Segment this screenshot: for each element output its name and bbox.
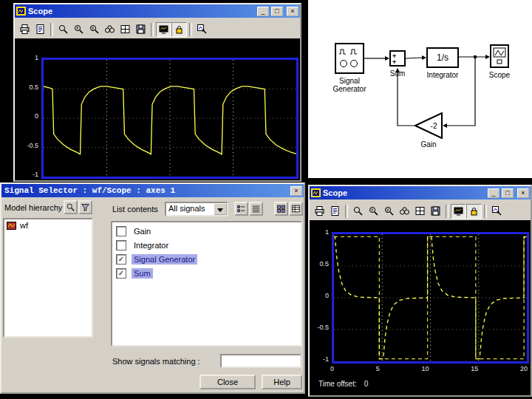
scope-block-label: Scope — [484, 71, 515, 79]
zoom-icon-button[interactable] — [350, 204, 366, 219]
find-icon-button[interactable] — [397, 204, 412, 219]
zoom-x-icon-button[interactable]: x — [366, 204, 381, 219]
axis-tick-label: 10 — [421, 365, 429, 372]
scope2-y-axis-labels: 10.50-0.5-1 — [313, 228, 329, 364]
lock-icon-button[interactable] — [171, 22, 187, 37]
minimize-button[interactable]: _ — [257, 7, 269, 16]
save-icon-button[interactable] — [428, 204, 443, 219]
zoom-icon-button[interactable] — [55, 22, 71, 37]
selector-body: Model hierarchy wf List contents All sig… — [1, 197, 304, 392]
signal-row: ✓Signal Generator — [112, 252, 301, 266]
minimize-button[interactable]: _ — [488, 188, 499, 198]
signals-matching-input[interactable] — [220, 354, 301, 368]
float-icon-button[interactable] — [156, 22, 171, 37]
axis-tick-label: 0 — [330, 365, 334, 372]
tree-find-button[interactable] — [64, 200, 78, 214]
help-button[interactable]: Help — [262, 375, 302, 389]
maximize-button[interactable]: □ — [271, 7, 283, 16]
maximize-button[interactable]: □ — [502, 188, 514, 198]
signal-row: Gain — [112, 224, 301, 238]
scope1-titlebar[interactable]: Scope _ □ × — [15, 4, 300, 18]
scope1-plot-box[interactable] — [41, 58, 299, 179]
signal-checkbox[interactable] — [116, 226, 126, 236]
close-button[interactable]: × — [287, 7, 299, 16]
signal-label[interactable]: Gain — [132, 226, 153, 236]
view-grid-button[interactable] — [289, 202, 303, 216]
integrator-label: Integrator — [419, 71, 466, 79]
integrator-block[interactable]: 1/s — [426, 47, 459, 68]
scope-block[interactable] — [490, 44, 509, 68]
tree-item-wf[interactable]: wf — [4, 219, 92, 231]
time-offset: Time offset: 0 — [318, 380, 368, 388]
scope2-trace-canvas — [334, 234, 527, 361]
lock-icon-button[interactable] — [466, 204, 482, 219]
scope2-titlebar[interactable]: Scope _ □ × — [310, 186, 531, 200]
signal-generator-label: Signal Generator — [320, 77, 379, 93]
close-button[interactable]: × — [517, 188, 529, 198]
signal-row: ✓Sum — [112, 266, 301, 280]
toolbar-separator — [189, 23, 192, 36]
axis-tick-label: 0 — [325, 291, 329, 300]
report-icon-button[interactable] — [327, 204, 343, 219]
sum-block[interactable]: + + — [389, 50, 406, 66]
scope-block-icon — [491, 46, 508, 66]
print-icon-button[interactable] — [17, 22, 33, 37]
print-icon-button[interactable] — [312, 204, 327, 219]
axes-properties-icon-button[interactable] — [117, 22, 133, 37]
integrator-transfer-function: 1/s — [437, 52, 449, 63]
dropdown-arrow-icon[interactable] — [214, 203, 227, 215]
sum-label: Sum — [384, 69, 411, 78]
view-list-button[interactable] — [234, 202, 248, 216]
scope-window-1: Scope _ □ × xy 10.50-0.5-1 — [13, 3, 301, 182]
signal-generator-icon — [336, 44, 363, 72]
signal-selector-icon-button[interactable] — [489, 204, 505, 219]
zoom-y-icon-button[interactable]: y — [381, 204, 397, 219]
signal-label[interactable]: Integrator — [132, 240, 171, 250]
close-button[interactable]: × — [290, 186, 302, 196]
view-tiles-button[interactable] — [274, 202, 288, 216]
signal-checkbox[interactable]: ✓ — [116, 268, 126, 279]
gain-block[interactable]: -2 — [415, 112, 443, 139]
report-icon-button[interactable] — [33, 22, 48, 37]
signal-checkbox[interactable]: ✓ — [116, 254, 126, 265]
list-contents-dropdown[interactable]: All signals — [165, 202, 228, 216]
signal-label[interactable]: Sum — [132, 268, 153, 279]
signal-label[interactable]: Signal Generator — [132, 254, 197, 265]
svg-text:x: x — [371, 207, 374, 212]
tree-item-label[interactable]: wf — [20, 221, 28, 230]
dropdown-selected-value: All signals — [166, 203, 214, 215]
scope1-y-axis-labels: 10.50-0.5-1 — [19, 53, 38, 179]
selector-titlebar[interactable]: Signal Selector : wf/Scope : axes 1 × — [1, 184, 304, 197]
axis-tick-label: -1 — [33, 170, 38, 179]
desktop: Signal Generator + + Sum 1/s Integrator … — [0, 0, 532, 399]
find-icon-button[interactable] — [102, 22, 117, 37]
view-details-button[interactable] — [249, 202, 263, 216]
axes-properties-icon-button[interactable] — [412, 204, 428, 219]
time-offset-value: 0 — [364, 380, 369, 388]
save-icon-button[interactable] — [133, 22, 149, 37]
toolbar-separator — [446, 205, 449, 218]
tree-opts-button[interactable] — [78, 200, 92, 214]
signal-checkbox[interactable] — [116, 240, 126, 250]
axis-tick-label: 0.5 — [319, 259, 329, 268]
model-hierarchy-tree[interactable]: wf — [3, 218, 93, 338]
simulink-model-canvas: Signal Generator + + Sum 1/s Integrator … — [308, 0, 532, 178]
axis-tick-label: 5 — [376, 365, 380, 372]
list-view-toolbar — [234, 202, 304, 216]
scope1-trace-canvas — [44, 60, 296, 177]
window-title: Scope — [28, 7, 255, 16]
signal-selector-icon-button[interactable] — [194, 22, 210, 37]
gain-value: -2 — [431, 122, 437, 130]
zoom-x-icon-button[interactable]: x — [71, 22, 86, 37]
scope2-plot-box[interactable] — [332, 232, 529, 364]
axis-tick-label: -0.5 — [27, 141, 38, 150]
hierarchy-toolbar — [64, 200, 93, 214]
scope-app-icon — [311, 188, 321, 197]
zoom-y-icon-button[interactable]: y — [86, 22, 102, 37]
float-icon-button[interactable] — [451, 204, 466, 219]
svg-text:x: x — [76, 25, 79, 30]
signal-generator-block[interactable] — [335, 43, 364, 74]
signals-list[interactable]: GainIntegrator✓Signal Generator✓Sum — [111, 221, 302, 347]
close-dialog-button[interactable]: Close — [200, 375, 256, 389]
toolbar-separator — [50, 23, 53, 36]
